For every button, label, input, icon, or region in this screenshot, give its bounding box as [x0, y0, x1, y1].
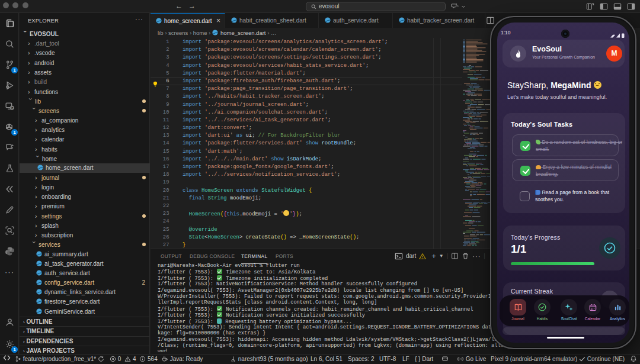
svg-text:S: S: [11, 106, 13, 109]
